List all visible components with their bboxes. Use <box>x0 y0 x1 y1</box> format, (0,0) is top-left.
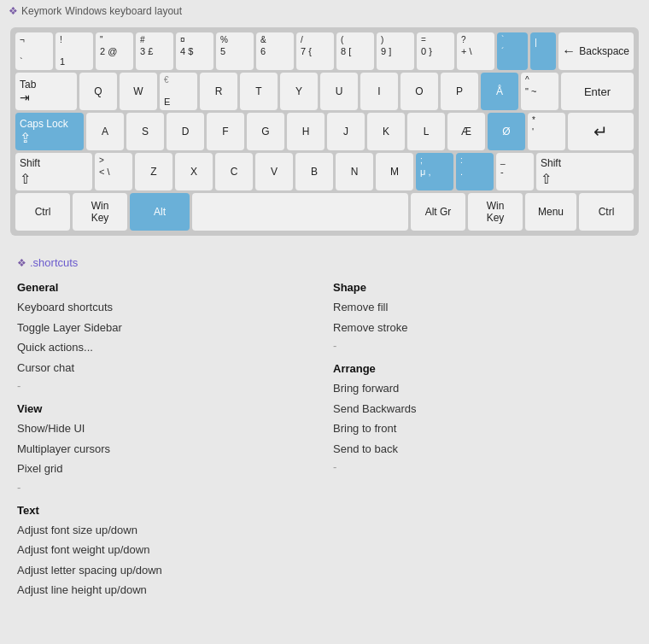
key-shift-left[interactable]: Shift ⇧ <box>15 153 92 190</box>
key-3[interactable]: #3 £ <box>136 32 173 70</box>
key-8[interactable]: (8 [ <box>336 32 374 70</box>
shortcut-separator-4: - <box>333 459 632 475</box>
key-ae[interactable]: Æ <box>447 113 485 150</box>
key-4[interactable]: ¤4 $ <box>176 32 213 70</box>
key-k[interactable]: K <box>367 113 405 150</box>
shortcut-item-pixel-grid: Pixel grid <box>17 459 316 479</box>
shortcut-separator-3: - <box>333 337 632 354</box>
key-w[interactable]: W <box>120 73 157 110</box>
shortcut-item-line-height: Adjust line height up/down <box>17 580 316 600</box>
shortcut-separator-1: - <box>17 378 316 394</box>
shortcut-category-shape: Shape <box>333 281 632 294</box>
shortcuts-left-col: General Keyboard shortcuts Toggle Layer … <box>17 281 316 600</box>
key-comma[interactable]: ;μ , <box>416 153 453 190</box>
key-tab[interactable]: Tab ⇥ <box>15 73 77 110</box>
keyboard-container: ¬` !1 "2 @ #3 £ ¤4 $ %5 &6 /7 { <box>0 22 649 248</box>
key-l[interactable]: L <box>407 113 445 150</box>
shortcut-item-bring-forward: Bring forward <box>333 378 632 399</box>
key-s[interactable]: S <box>126 113 164 150</box>
shortcut-item-quick-actions: Quick actions... <box>17 337 316 358</box>
key-j[interactable]: J <box>327 113 365 150</box>
shortcuts-section: ❖ .shortcuts General Keyboard shortcuts … <box>0 248 649 618</box>
key-n[interactable]: N <box>336 153 373 190</box>
key-win-left[interactable]: Win Key <box>73 193 127 231</box>
key-z[interactable]: Z <box>135 153 172 190</box>
key-alt-left[interactable]: Alt <box>130 193 190 231</box>
key-9[interactable]: )9 ] <box>377 32 414 70</box>
key-grave[interactable]: ¬` <box>15 32 53 70</box>
keyboard: ¬` !1 "2 @ #3 £ ¤4 $ %5 &6 /7 { <box>10 27 639 236</box>
key-dash[interactable]: _- <box>496 153 534 190</box>
key-m[interactable]: M <box>376 153 413 190</box>
key-enter[interactable]: Enter <box>561 73 634 110</box>
key-shift-right[interactable]: Shift ⇧ <box>536 153 634 190</box>
keyboard-row-1: ¬` !1 "2 @ #3 £ ¤4 $ %5 &6 /7 { <box>15 32 634 70</box>
key-y[interactable]: Y <box>280 73 318 110</box>
key-pipe[interactable]: | <box>530 32 556 70</box>
key-i[interactable]: I <box>360 73 398 110</box>
key-h[interactable]: H <box>287 113 324 150</box>
shortcut-item-bring-to-front: Bring to front <box>333 419 632 439</box>
key-g[interactable]: G <box>247 113 284 150</box>
key-oslash[interactable]: Ø <box>488 113 525 150</box>
shortcut-item-font-weight: Adjust font weight up/down <box>17 540 316 560</box>
keyboard-row-4: Shift ⇧ >< \ Z X C V B N M ;μ , :. _- S <box>15 153 634 190</box>
key-plus[interactable]: ?+ \ <box>457 32 494 70</box>
key-aring[interactable]: Å <box>481 73 518 110</box>
key-1[interactable]: !1 <box>56 32 93 70</box>
header-subtitle: Windows keyboard layout <box>65 5 182 17</box>
key-t[interactable]: T <box>240 73 278 110</box>
key-capslock[interactable]: Caps Lock ⇪ <box>15 113 84 150</box>
shortcut-item-letter-spacing: Adjust letter spacing up/down <box>17 560 316 581</box>
shortcut-item-send-to-back: Send to back <box>333 439 632 460</box>
key-q[interactable]: Q <box>79 73 117 110</box>
key-0[interactable]: =0 } <box>417 32 454 70</box>
key-x[interactable]: X <box>175 153 213 190</box>
key-p[interactable]: P <box>441 73 478 110</box>
key-star[interactable]: *' <box>528 113 565 150</box>
shortcut-item-toggle-layer: Toggle Layer Sidebar <box>17 318 316 338</box>
shortcut-category-arrange: Arrange <box>333 362 632 375</box>
key-period[interactable]: :. <box>456 153 494 190</box>
keyboard-row-3: Caps Lock ⇪ A S D F G H J K L Æ Ø *' ↵ <box>15 113 634 150</box>
key-win-right[interactable]: Win Key <box>468 193 523 231</box>
key-accent[interactable]: `´ <box>497 32 528 70</box>
key-u[interactable]: U <box>320 73 358 110</box>
key-angle[interactable]: >< \ <box>95 153 132 190</box>
key-c[interactable]: C <box>215 153 253 190</box>
key-a[interactable]: A <box>86 113 124 150</box>
shortcut-item-keyboard-shortcuts: Keyboard shortcuts <box>17 297 316 318</box>
header-icon: ❖ <box>9 5 18 17</box>
shortcut-separator-2: - <box>17 479 316 495</box>
key-backspace[interactable]: ← Backspace <box>558 32 634 70</box>
keyboard-row-5: Ctrl Win Key Alt Alt Gr Win Key Menu Ctr… <box>15 193 634 231</box>
shortcut-category-general: General <box>17 281 316 294</box>
shortcut-item-cursor-chat: Cursor chat <box>17 358 316 378</box>
key-b[interactable]: B <box>295 153 333 190</box>
key-o[interactable]: O <box>401 73 438 110</box>
header-title: Keymork <box>21 5 61 17</box>
key-e[interactable]: € E <box>160 73 197 110</box>
key-f[interactable]: F <box>207 113 244 150</box>
shortcut-item-send-backwards: Send Backwards <box>333 399 632 419</box>
key-7[interactable]: /7 { <box>296 32 334 70</box>
key-altgr[interactable]: Alt Gr <box>411 193 465 231</box>
key-d[interactable]: D <box>167 113 204 150</box>
key-ctrl-right[interactable]: Ctrl <box>579 193 634 231</box>
key-caret[interactable]: ^" ~ <box>521 73 558 110</box>
key-2[interactable]: "2 @ <box>96 32 133 70</box>
key-enter2[interactable]: ↵ <box>568 113 634 150</box>
key-space[interactable] <box>192 193 408 231</box>
header: ❖ Keymork Windows keyboard layout <box>0 0 649 22</box>
key-ctrl-left[interactable]: Ctrl <box>15 193 70 231</box>
key-r[interactable]: R <box>200 73 237 110</box>
key-5[interactable]: %5 <box>216 32 254 70</box>
shortcut-item-remove-fill: Remove fill <box>333 297 632 318</box>
shortcut-item-font-size: Adjust font size up/down <box>17 520 316 541</box>
shortcuts-grid: General Keyboard shortcuts Toggle Layer … <box>17 281 632 600</box>
shortcut-category-view: View <box>17 402 316 415</box>
shortcuts-title: .shortcuts <box>30 256 78 269</box>
key-v[interactable]: V <box>255 153 293 190</box>
key-6[interactable]: &6 <box>256 32 294 70</box>
key-menu[interactable]: Menu <box>525 193 576 231</box>
